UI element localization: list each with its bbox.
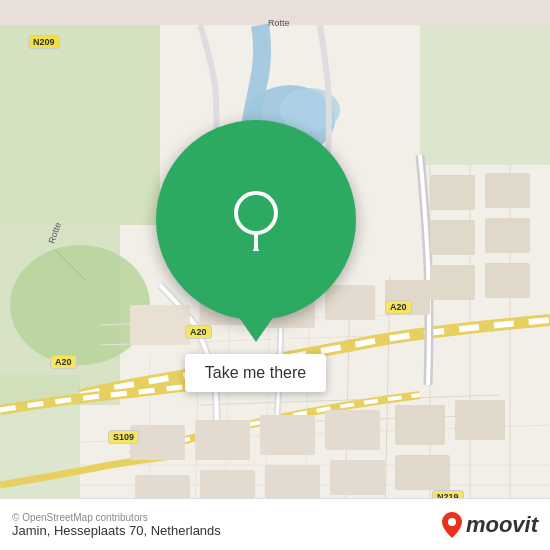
svg-rect-34 (395, 405, 445, 445)
svg-rect-43 (430, 220, 475, 255)
svg-rect-35 (455, 400, 505, 440)
popup-card: Take me there (148, 120, 363, 392)
svg-rect-1 (0, 25, 160, 225)
svg-rect-39 (330, 460, 385, 495)
road-badge-s109-2: S109 (108, 430, 139, 444)
svg-rect-41 (430, 175, 475, 210)
road-badge-a20-1: A20 (385, 300, 412, 314)
bottom-left-info: © OpenStreetMap contributors Jamin, Hess… (12, 512, 221, 538)
svg-point-3 (10, 245, 150, 365)
bottom-bar: © OpenStreetMap contributors Jamin, Hess… (0, 498, 550, 550)
map-label-rotte-1: Rotte (268, 18, 290, 28)
svg-rect-45 (430, 265, 475, 300)
svg-rect-46 (485, 263, 530, 298)
location-name: Jamin, Hesseplaats 70, Netherlands (12, 523, 221, 538)
svg-point-47 (236, 193, 276, 233)
svg-point-49 (253, 248, 259, 251)
svg-rect-4 (420, 25, 550, 165)
map-container: N209 A20 A20 A20 S109 S109 N219 Rotte Ro… (0, 0, 550, 550)
road-badge-n209: N209 (28, 35, 60, 49)
popup-bubble (156, 120, 356, 320)
svg-rect-38 (265, 465, 320, 500)
svg-rect-40 (395, 455, 450, 490)
location-pin-icon (230, 189, 282, 251)
moovit-brand-name: moovit (466, 512, 538, 538)
moovit-pin-icon (442, 512, 462, 538)
svg-rect-32 (260, 415, 315, 455)
svg-rect-42 (485, 173, 530, 208)
svg-rect-31 (195, 420, 250, 460)
take-me-there-button[interactable]: Take me there (185, 354, 326, 392)
svg-rect-33 (325, 410, 380, 450)
copyright-text: © OpenStreetMap contributors (12, 512, 221, 523)
svg-point-50 (448, 518, 456, 526)
road-badge-a20-3: A20 (50, 355, 77, 369)
svg-rect-44 (485, 218, 530, 253)
moovit-logo: moovit (442, 512, 538, 538)
